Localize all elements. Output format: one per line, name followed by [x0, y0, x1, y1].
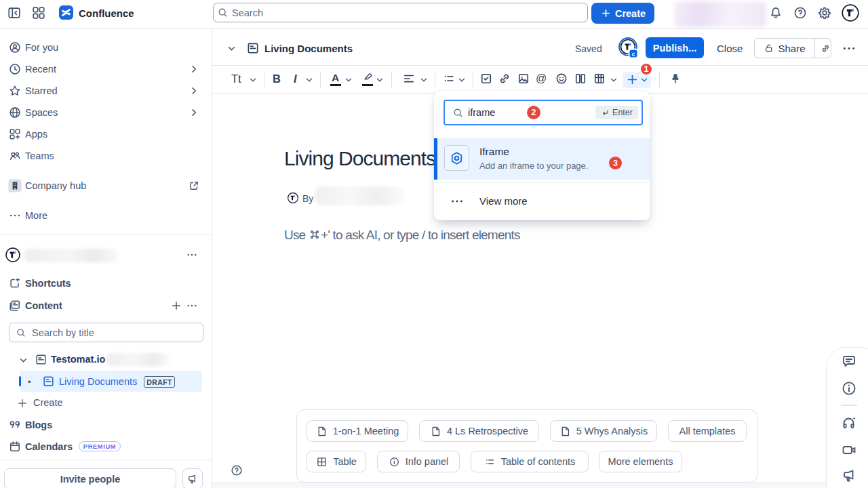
svg-text:c: c [631, 51, 635, 58]
